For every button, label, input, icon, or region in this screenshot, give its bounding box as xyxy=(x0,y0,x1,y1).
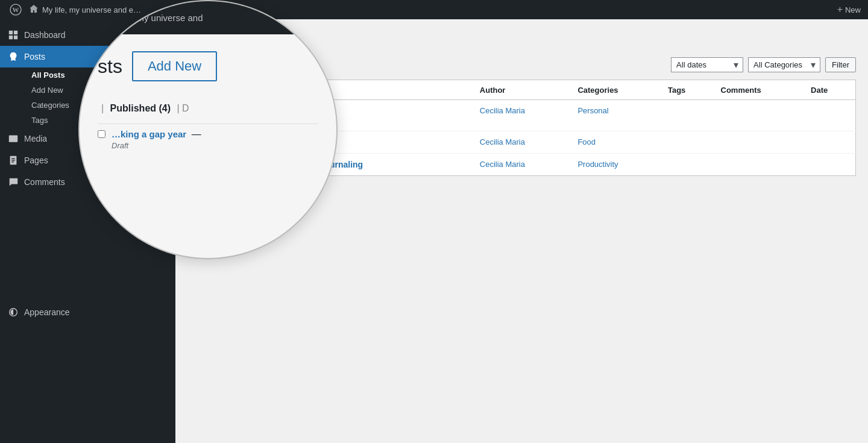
svg-rect-4 xyxy=(9,36,13,39)
sidebar-item-label-media: Media xyxy=(24,134,47,143)
svg-text:W: W xyxy=(13,6,19,13)
col-date: Date xyxy=(804,80,855,100)
magnifier-row-checkbox[interactable] xyxy=(98,130,105,138)
filter-right: All dates All Categories Filter xyxy=(671,57,856,72)
admin-bar-new[interactable]: + New xyxy=(837,4,861,15)
pages-icon xyxy=(7,154,19,166)
wp-logo-icon[interactable]: W xyxy=(7,1,24,18)
sidebar-item-label-comments: Comments xyxy=(24,177,65,187)
post-category-3[interactable]: Productivity xyxy=(577,160,618,169)
magnifier-posts-title: sts xyxy=(98,55,122,78)
sidebar-item-label-appearance: Appearance xyxy=(24,307,70,317)
appearance-icon xyxy=(7,306,19,318)
site-name: My life, my universe and e… xyxy=(42,5,141,14)
admin-bar-site[interactable]: My life, my universe and e… xyxy=(29,4,141,16)
col-author: Author xyxy=(473,80,571,100)
col-categories: Categories xyxy=(570,80,661,100)
magnifier-post-title[interactable]: …king a gap year xyxy=(112,129,186,139)
magnifier-tabs: | Published (4) | D xyxy=(98,103,318,114)
sidebar-item-label-pages: Pages xyxy=(24,156,48,165)
svg-rect-5 xyxy=(14,36,17,39)
new-label: New xyxy=(845,5,861,14)
sidebar-item-appearance[interactable]: Appearance xyxy=(0,301,175,323)
magnifier-add-new-button[interactable]: Add New xyxy=(132,51,217,81)
magnifier-row: …king a gap year — Draft xyxy=(98,124,318,156)
dates-select-wrapper: All dates xyxy=(671,57,743,72)
filter-button[interactable]: Filter xyxy=(825,57,856,72)
post-author-1[interactable]: Cecilia Maria xyxy=(480,106,525,115)
magnifier-post-status: Draft xyxy=(112,141,128,150)
categories-select[interactable]: All Categories xyxy=(748,57,820,72)
comments-icon xyxy=(7,176,19,188)
svg-rect-2 xyxy=(9,31,13,34)
post-author-3[interactable]: Cecilia Maria xyxy=(480,160,525,169)
col-tags: Tags xyxy=(661,80,714,100)
magnifier-overlay: ⊕ My life, my universe and + New sts Add… xyxy=(78,0,338,259)
sidebar-item-label-posts: Posts xyxy=(24,52,45,61)
admin-bar: W My life, my universe and e… + New xyxy=(0,0,868,19)
home-icon xyxy=(29,4,39,16)
plus-icon: + xyxy=(837,4,843,15)
post-category-1[interactable]: Personal xyxy=(577,106,608,115)
magnifier-published-tab[interactable]: Published (4) xyxy=(110,103,171,113)
media-icon xyxy=(7,133,19,145)
dates-select[interactable]: All dates xyxy=(671,57,743,72)
dashboard-icon xyxy=(7,29,19,41)
col-comments: Comments xyxy=(714,80,804,100)
categories-select-wrapper: All Categories xyxy=(748,57,820,72)
post-author-2[interactable]: Cecilia Maria xyxy=(480,137,525,146)
post-category-2[interactable]: Food xyxy=(577,137,596,146)
sidebar-item-label-dashboard: Dashboard xyxy=(24,30,66,40)
svg-rect-3 xyxy=(14,31,17,34)
posts-pin-icon xyxy=(7,51,19,63)
